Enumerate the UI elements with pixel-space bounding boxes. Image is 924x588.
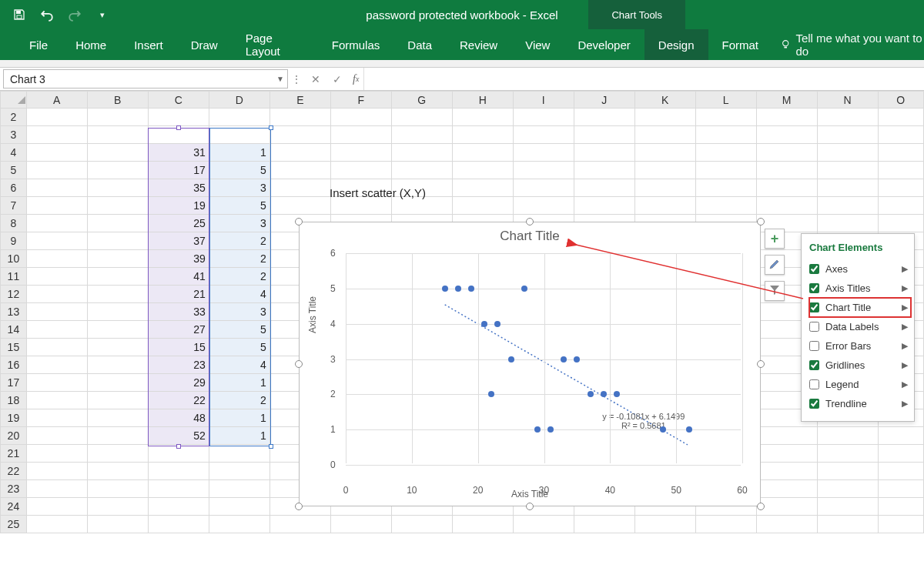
cell-B3[interactable] <box>87 126 148 144</box>
cell-N23[interactable] <box>817 480 878 498</box>
cell-O7[interactable] <box>878 197 923 215</box>
cell-C21[interactable] <box>148 445 209 463</box>
data-point[interactable] <box>561 356 567 362</box>
cell-M24[interactable] <box>756 498 817 516</box>
col-header-O[interactable]: O <box>878 92 923 109</box>
cell-B23[interactable] <box>87 480 148 498</box>
cell-C14[interactable]: 27 <box>148 321 209 339</box>
col-header-C[interactable]: C <box>148 92 209 109</box>
data-point[interactable] <box>455 286 461 292</box>
cell-M20[interactable] <box>756 427 817 445</box>
data-point[interactable] <box>468 286 474 292</box>
cell-L3[interactable] <box>695 126 756 144</box>
cell-B22[interactable] <box>87 463 148 480</box>
name-box[interactable]: Chart 3 ▼ <box>3 69 288 89</box>
row-header-3[interactable]: 3 <box>1 126 27 144</box>
cell-D7[interactable]: 5 <box>209 197 270 215</box>
select-all-corner[interactable] <box>1 92 27 109</box>
tab-design[interactable]: Design <box>644 29 708 60</box>
cell-D6[interactable]: 3 <box>209 179 270 197</box>
cell-K5[interactable] <box>634 162 695 179</box>
data-point[interactable] <box>547 426 554 433</box>
row-header-4[interactable]: 4 <box>1 144 27 162</box>
cell-N2[interactable] <box>817 109 878 126</box>
chart-resize-handle[interactable] <box>295 360 303 368</box>
chart-resize-handle[interactable] <box>526 503 534 510</box>
cell-A14[interactable] <box>26 321 87 339</box>
row-header-6[interactable]: 6 <box>1 179 27 197</box>
cell-C22[interactable] <box>148 463 209 480</box>
row-header-8[interactable]: 8 <box>1 215 27 232</box>
cancel-formula-icon[interactable]: ✕ <box>305 68 326 90</box>
cell-M4[interactable] <box>756 144 817 162</box>
cell-G25[interactable] <box>391 516 452 533</box>
cell-I25[interactable] <box>513 516 574 533</box>
col-header-D[interactable]: D <box>209 92 270 109</box>
cell-I3[interactable] <box>513 126 574 144</box>
cell-K4[interactable] <box>634 144 695 162</box>
cell-I5[interactable] <box>513 162 574 179</box>
data-point[interactable] <box>508 356 514 362</box>
cell-B8[interactable] <box>87 215 148 232</box>
cell-H4[interactable] <box>452 144 513 162</box>
cell-C7[interactable]: 19 <box>148 197 209 215</box>
cell-B7[interactable] <box>87 197 148 215</box>
cell-I4[interactable] <box>513 144 574 162</box>
cell-O22[interactable] <box>878 463 923 480</box>
cell-A15[interactable] <box>26 339 87 356</box>
cell-A6[interactable] <box>26 179 87 197</box>
cell-H5[interactable] <box>452 162 513 179</box>
chart-resize-handle[interactable] <box>757 360 765 368</box>
row-header-22[interactable]: 22 <box>1 463 27 480</box>
cell-L4[interactable] <box>695 144 756 162</box>
cell-O23[interactable] <box>878 480 923 498</box>
tab-developer[interactable]: Developer <box>564 29 644 60</box>
data-point[interactable] <box>574 356 580 362</box>
cell-B6[interactable] <box>87 179 148 197</box>
cell-N8[interactable] <box>817 215 878 232</box>
cell-B12[interactable] <box>87 286 148 303</box>
data-point[interactable] <box>488 391 494 397</box>
chevron-right-icon[interactable]: ▶ <box>902 341 908 351</box>
row-header-23[interactable]: 23 <box>1 480 27 498</box>
cell-O20[interactable] <box>878 427 923 445</box>
cell-M5[interactable] <box>756 162 817 179</box>
chevron-right-icon[interactable]: ▶ <box>902 360 908 370</box>
cell-L5[interactable] <box>695 162 756 179</box>
col-header-L[interactable]: L <box>695 92 756 109</box>
col-header-I[interactable]: I <box>513 92 574 109</box>
name-box-dropdown-icon[interactable]: ▼ <box>276 75 284 83</box>
checkbox-icon[interactable] <box>809 399 819 409</box>
cell-D25[interactable] <box>209 516 270 533</box>
cell-O2[interactable] <box>878 109 923 126</box>
cell-H2[interactable] <box>452 109 513 126</box>
cell-B14[interactable] <box>87 321 148 339</box>
chart-styles-button[interactable] <box>765 255 785 275</box>
data-point[interactable] <box>614 391 620 397</box>
cell-D15[interactable]: 5 <box>209 339 270 356</box>
cell-C2[interactable] <box>148 109 209 126</box>
chart-element-data-labels[interactable]: Data Labels▶ <box>809 317 911 336</box>
formula-input[interactable] <box>363 68 924 90</box>
cell-O25[interactable] <box>878 516 923 533</box>
col-header-N[interactable]: N <box>817 92 878 109</box>
cell-B2[interactable] <box>87 109 148 126</box>
cell-C15[interactable]: 15 <box>148 339 209 356</box>
row-header-7[interactable]: 7 <box>1 197 27 215</box>
cell-C10[interactable]: 39 <box>148 250 209 268</box>
row-header-25[interactable]: 25 <box>1 516 27 533</box>
cell-J6[interactable] <box>574 179 634 197</box>
cell-A11[interactable] <box>26 268 87 286</box>
cell-G3[interactable] <box>391 126 452 144</box>
chart-resize-handle[interactable] <box>757 218 765 226</box>
data-point[interactable] <box>601 391 607 397</box>
tab-view[interactable]: View <box>511 29 564 60</box>
cell-A23[interactable] <box>26 480 87 498</box>
cell-O21[interactable] <box>878 445 923 463</box>
cell-B15[interactable] <box>87 339 148 356</box>
cell-D9[interactable]: 2 <box>209 232 270 250</box>
y-axis-title[interactable]: Axis Title <box>307 296 318 333</box>
cell-B5[interactable] <box>87 162 148 179</box>
cell-K3[interactable] <box>634 126 695 144</box>
cell-O3[interactable] <box>878 126 923 144</box>
